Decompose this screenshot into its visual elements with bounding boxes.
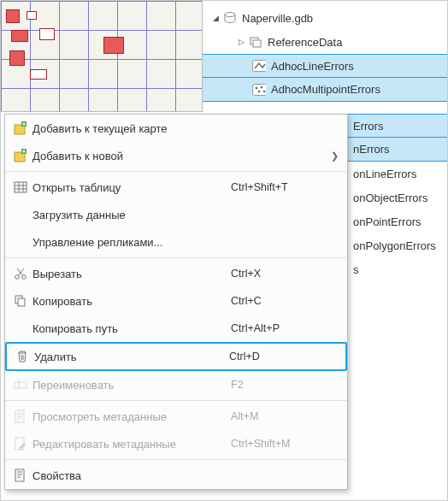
menu-load-data[interactable]: Загрузить данные [5, 201, 347, 228]
tree-item[interactable]: onPointErrors [348, 209, 447, 233]
view-meta-icon [14, 410, 32, 423]
tree-label: Errors [353, 120, 383, 133]
tree-item[interactable]: onPolygonErrors [348, 233, 447, 257]
map-preview [1, 1, 203, 112]
map-feature [6, 9, 20, 23]
tree-label: Naperville.gdb [242, 12, 313, 25]
menu-shortcut: Ctrl+Alt+P [231, 322, 325, 334]
map-feature [11, 30, 28, 42]
menu-label: Загрузить данные [32, 209, 231, 221]
copy-icon [14, 294, 32, 308]
tree-item-adhocmultipointerrors[interactable]: AdhocMultipointErrors [203, 78, 447, 102]
expand-icon[interactable]: ▷ [239, 38, 247, 46]
context-menu: Добавить к текущей карте Добавить к ново… [4, 114, 348, 490]
tree-label: AdhocMultipointErrors [271, 83, 380, 96]
menu-shortcut: Ctrl+Shift+M [231, 438, 325, 450]
tree-item[interactable]: onLineErrors [348, 162, 447, 186]
tree-label: nErrors [353, 143, 390, 156]
menu-edit-metadata: Редактировать метаданные Ctrl+Shift+M [5, 430, 347, 457]
menu-shortcut: Ctrl+X [231, 268, 325, 280]
menu-cut[interactable]: Вырезать Ctrl+X [5, 260, 347, 287]
menu-separator [5, 171, 347, 172]
properties-icon [14, 469, 32, 482]
menu-label: Открыть таблицу [32, 181, 231, 194]
menu-label: Редактировать метаданные [32, 438, 231, 451]
svg-point-5 [256, 86, 258, 89]
catalog-tree: ◢ Naperville.gdb ▷ ReferenceData AdhocLi… [203, 1, 447, 102]
map-feature [39, 28, 55, 40]
menu-separator [5, 400, 347, 401]
line-fc-icon [252, 59, 266, 73]
tree-group[interactable]: ▷ ReferenceData [203, 30, 447, 54]
menu-label: Просмотреть метаданные [32, 410, 231, 423]
menu-separator [5, 257, 347, 258]
menu-separator [5, 459, 347, 460]
svg-rect-17 [18, 298, 25, 306]
tree-label: onLineErrors [353, 168, 416, 180]
svg-rect-13 [15, 182, 27, 192]
menu-label: Добавить к новой [32, 150, 231, 162]
tree-item[interactable]: onObjectErrors [348, 186, 447, 209]
map-feature [30, 69, 47, 80]
svg-point-15 [22, 275, 27, 280]
tree-label: AdhocLineErrors [271, 60, 354, 73]
menu-label: Копировать путь [32, 322, 231, 335]
menu-shortcut: Ctrl+Shift+T [231, 181, 325, 193]
map-feature [9, 50, 25, 66]
menu-label: Свойства [32, 469, 231, 482]
map-feature [103, 37, 124, 54]
menu-delete[interactable]: Удалить Ctrl+D [5, 342, 347, 371]
svg-rect-4 [253, 84, 267, 95]
menu-copy-path[interactable]: Копировать путь Ctrl+Alt+P [5, 315, 347, 342]
tree-item[interactable]: s [348, 257, 447, 281]
collapse-icon[interactable]: ◢ [213, 14, 221, 22]
tree-item-adhoclineerrors[interactable]: AdhocLineErrors [203, 54, 447, 78]
menu-shortcut: F2 [231, 379, 325, 391]
add-new-icon [14, 149, 32, 162]
edit-meta-icon [14, 437, 32, 451]
geodatabase-icon [223, 11, 237, 25]
tree-label: ReferenceData [268, 36, 342, 49]
menu-open-table[interactable]: Открыть таблицу Ctrl+Shift+T [5, 174, 347, 201]
menu-label: Удалить [34, 351, 229, 363]
menu-label: Добавить к текущей карте [32, 122, 231, 135]
menu-add-to-new[interactable]: Добавить к новой ❯ [5, 142, 347, 169]
add-map-icon [14, 121, 32, 135]
svg-point-8 [263, 90, 266, 92]
menu-properties[interactable]: Свойства [5, 462, 347, 489]
menu-label: Управление репликами... [32, 236, 231, 249]
menu-add-to-current-map[interactable]: Добавить к текущей карте [5, 115, 347, 142]
tree-label: onPolygonErrors [353, 239, 436, 252]
catalog-tree-partial: Errors nErrors onLineErrors onObjectErro… [348, 114, 447, 281]
menu-shortcut: Ctrl+C [231, 295, 325, 307]
table-icon [14, 180, 32, 194]
map-feature [27, 11, 37, 20]
svg-rect-18 [15, 382, 27, 388]
multipoint-fc-icon [252, 83, 266, 97]
tree-label: onObjectErrors [353, 192, 427, 204]
rename-icon [14, 378, 32, 392]
menu-shortcut: Ctrl+D [229, 351, 323, 362]
tree-item[interactable]: nErrors [348, 138, 447, 162]
tree-label: s [353, 263, 359, 276]
dataset-icon [249, 35, 262, 49]
delete-icon [15, 350, 34, 363]
menu-label: Копировать [32, 295, 231, 308]
tree-root[interactable]: ◢ Naperville.gdb [203, 6, 447, 30]
tree-label: onPointErrors [353, 215, 421, 228]
menu-copy[interactable]: Копировать Ctrl+C [5, 287, 347, 315]
svg-point-0 [225, 13, 235, 17]
svg-point-7 [258, 90, 261, 92]
menu-manage-replicas[interactable]: Управление репликами... [5, 228, 347, 256]
cut-icon [14, 267, 32, 280]
tree-item[interactable]: Errors [348, 114, 447, 138]
menu-view-metadata: Просмотреть метаданные Alt+M [5, 403, 347, 430]
svg-rect-2 [253, 40, 261, 47]
svg-rect-21 [15, 469, 24, 481]
chevron-right-icon: ❯ [325, 150, 339, 162]
svg-point-14 [15, 275, 20, 280]
menu-label: Переименовать [32, 379, 231, 392]
menu-shortcut: Alt+M [231, 410, 325, 422]
menu-rename: Переименовать F2 [5, 371, 347, 398]
menu-label: Вырезать [32, 268, 231, 280]
